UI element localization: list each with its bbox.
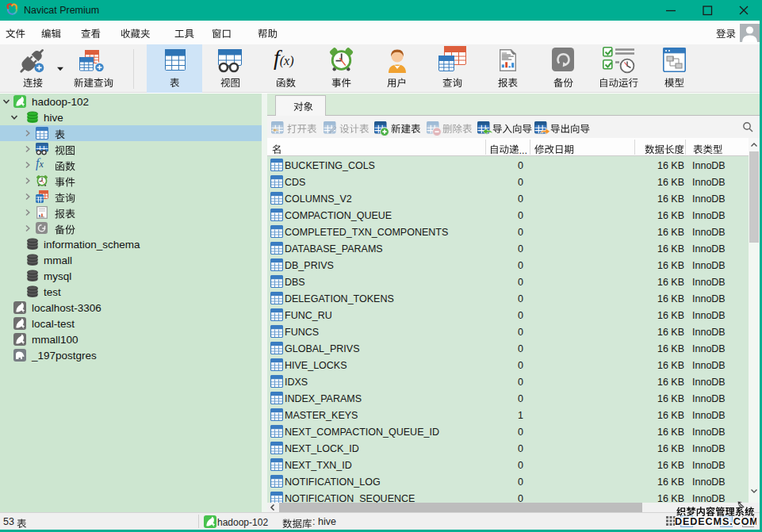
svg-text:DEDECMS.COM: DEDECMS.COM — [675, 516, 756, 527]
